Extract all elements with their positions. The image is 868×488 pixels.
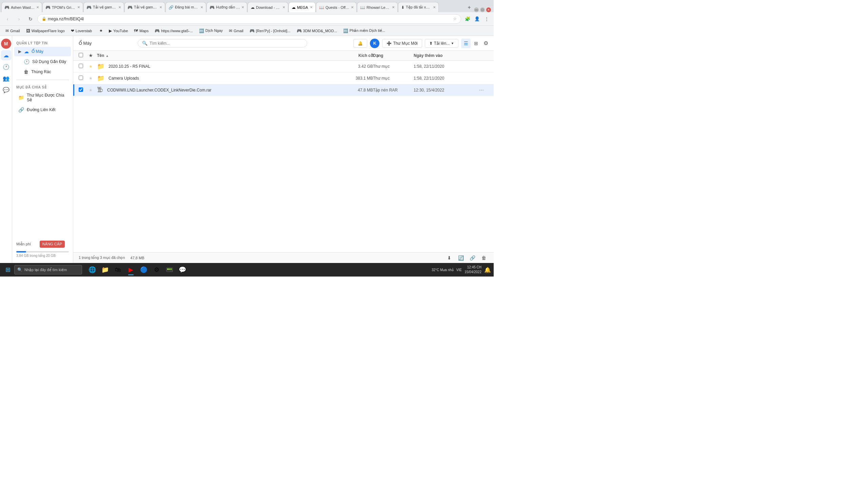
cloud-drive-icon[interactable]: ☁ xyxy=(1,50,11,60)
windows-start-icon[interactable]: ⊞ xyxy=(3,265,13,275)
tab-close-icon[interactable]: ✕ xyxy=(282,5,285,9)
header-size[interactable]: Kích cở xyxy=(339,53,373,58)
tab-close-icon[interactable]: ✕ xyxy=(77,5,80,9)
taskbar-edge-icon[interactable]: 🌐 xyxy=(86,264,98,276)
bookmark-item-6[interactable]: 🎮https://www.gta5-... xyxy=(152,28,196,34)
profile-icon[interactable]: 👤 xyxy=(473,15,481,23)
download-action-button[interactable]: ⬇ xyxy=(445,253,454,262)
bookmark-item-8[interactable]: ✉Gmail xyxy=(226,28,246,34)
mega-logo[interactable]: M xyxy=(1,39,11,49)
bookmark-item-4[interactable]: ▶YouTube xyxy=(106,28,131,34)
taskbar-discord-icon[interactable]: 💬 xyxy=(176,264,189,276)
share-action-button[interactable]: 🔄 xyxy=(456,253,465,262)
header-date[interactable]: Ngày thêm vào xyxy=(414,53,475,58)
bookmark-star-icon[interactable]: ☆ xyxy=(453,17,457,21)
more-options-button[interactable]: ⋯ xyxy=(479,87,484,93)
taskbar-settings-icon[interactable]: ⚙ xyxy=(151,264,163,276)
address-bar[interactable]: 🔒 mega.nz/fm/BEliQ4l ☆ xyxy=(37,14,461,24)
taskbar-chrome-icon[interactable]: 🔵 xyxy=(138,264,150,276)
bookmark-item-1[interactable]: 🖼WallpaperFlare logo xyxy=(23,28,67,34)
tab-close-icon[interactable]: ✕ xyxy=(351,5,354,9)
sidebar-item-shared-folders[interactable]: 📁 Thư Mục Được Chia Sẻ xyxy=(14,91,71,104)
select-all-checkbox[interactable] xyxy=(79,53,83,57)
upload-button[interactable]: ⬆ Tải lên... ▼ xyxy=(425,39,458,48)
row-checkbox[interactable] xyxy=(79,64,89,69)
file-row[interactable]: ★ 🗜 CODWWII.LND.Launcher.CODEX_LinkNever… xyxy=(73,84,494,96)
taskbar-explorer-icon[interactable]: 📁 xyxy=(99,264,111,276)
row-checkbox[interactable] xyxy=(79,87,89,93)
sidebar-item-links[interactable]: 🔗 Đường Liên Kết xyxy=(14,105,71,115)
tab-tab9[interactable]: 📖 Quests - Official Grim Da... ✕ xyxy=(316,2,357,12)
list-view-button[interactable]: ☰ xyxy=(461,39,471,48)
delete-action-button[interactable]: 🗑 xyxy=(479,253,488,262)
bookmark-item-2[interactable]: ❤Loverstab xyxy=(68,28,95,34)
sidebar-item-my-cloud[interactable]: ▶ ☁ Ổ Máy xyxy=(14,47,71,56)
tab-close-icon[interactable]: ✕ xyxy=(200,5,203,9)
menu-icon[interactable]: ⋮ xyxy=(482,15,491,23)
taskbar-search[interactable]: 🔍 Nhập tại đây để tìm kiếm xyxy=(14,265,82,274)
sidebar-item-trash[interactable]: 🗑 Thùng Rác xyxy=(14,67,71,77)
tab-close-icon[interactable]: ✕ xyxy=(159,5,162,9)
bookmark-item-10[interactable]: 🎮3DM MOD&_MOD... xyxy=(294,28,340,34)
tab-tab8[interactable]: ☁ MEGA ✕ xyxy=(289,2,316,12)
tab-close-icon[interactable]: ✕ xyxy=(118,5,121,9)
new-tab-button[interactable]: + xyxy=(465,3,474,12)
search-input[interactable] xyxy=(150,41,303,46)
upgrade-button[interactable]: NÂNG CẤP xyxy=(40,241,65,248)
taskbar-terminal-icon[interactable]: 📟 xyxy=(163,264,176,276)
header-name[interactable]: Tên ▲ xyxy=(97,53,339,58)
user-avatar[interactable]: K xyxy=(370,39,379,48)
back-button[interactable]: ‹ xyxy=(3,14,12,24)
bookmark-item-0[interactable]: ✉Gmail xyxy=(3,28,23,34)
forward-button[interactable]: › xyxy=(14,14,24,24)
bookmark-item-9[interactable]: 🎮[Ren'Py] - [Onhold]... xyxy=(247,28,293,34)
tab-tab3[interactable]: 🎮 Tải về game thế giới mở n... ✕ xyxy=(83,2,124,12)
extension-icon[interactable]: 🧩 xyxy=(463,15,472,23)
grid-view-button[interactable]: ⊞ xyxy=(471,39,481,48)
row-star[interactable]: ★ xyxy=(89,64,97,69)
new-folder-button[interactable]: ➕ Thư Mục Mới xyxy=(382,39,422,48)
file-checkbox[interactable] xyxy=(79,87,83,92)
bookmark-item-3[interactable]: ★ xyxy=(95,28,105,34)
bookmark-item-11[interactable]: 🔤Phần mềm Dịch tiế... xyxy=(340,28,388,34)
bookmark-item-7[interactable]: 🔤Dịch Ngay xyxy=(196,28,225,34)
file-row[interactable]: ★ 📁 Camera Uploads 383.1 MB Thư mục 1:58… xyxy=(73,73,494,84)
tab-close-icon[interactable]: ✕ xyxy=(392,5,395,9)
settings-icon[interactable]: ⚙ xyxy=(484,40,488,46)
recent-icon[interactable]: 🕐 xyxy=(1,62,11,72)
taskbar-youtube-icon[interactable]: ▶ xyxy=(125,264,137,276)
tab-close-icon[interactable]: ✕ xyxy=(310,5,313,9)
file-size-cell: 3.42 GB xyxy=(339,64,373,69)
notification-bell[interactable]: 🔔 xyxy=(353,39,367,48)
minimize-button[interactable]: — xyxy=(474,7,479,12)
shared-icon[interactable]: 👥 xyxy=(1,73,11,83)
notification-center-icon[interactable]: 🔔 xyxy=(484,267,491,273)
taskbar-store-icon[interactable]: 🛍 xyxy=(112,264,124,276)
row-star[interactable]: ★ xyxy=(89,76,97,81)
file-checkbox[interactable] xyxy=(79,76,83,80)
close-button[interactable]: ✕ xyxy=(486,7,491,12)
tab-close-icon[interactable]: ✕ xyxy=(241,5,244,9)
tab-tab1[interactable]: 🎮 Ashen Waste - The Blood... ✕ xyxy=(1,2,42,12)
tab-close-icon[interactable]: ✕ xyxy=(36,5,39,9)
file-row[interactable]: ★ 📁 2020.10.25 - R5 FINAL 3.42 GB Thư mụ… xyxy=(73,61,494,73)
link-action-button[interactable]: 🔗 xyxy=(468,253,477,262)
reload-button[interactable]: ↻ xyxy=(26,14,35,24)
chat-icon[interactable]: 💬 xyxy=(1,85,11,95)
row-checkbox[interactable] xyxy=(79,76,89,81)
tab-tab4[interactable]: 🎮 Tải về game Call of Duty:... ✕ xyxy=(124,2,165,12)
tab-close-icon[interactable]: ✕ xyxy=(433,5,436,9)
tab-tab2[interactable]: 🎮 TPOM's Grimaurillion Build... ✕ xyxy=(42,2,83,12)
tab-tab7[interactable]: ☁ Download - MEGA ✕ xyxy=(248,2,288,12)
header-type[interactable]: Dạng xyxy=(373,53,414,58)
tab-tab11[interactable]: ⬇ Tệp đã tải xuống ✕ xyxy=(398,2,439,12)
bookmark-item-5[interactable]: 🗺Maps xyxy=(131,28,151,34)
row-star[interactable]: ★ xyxy=(89,88,97,93)
maximize-button[interactable]: □ xyxy=(480,7,485,12)
sidebar-item-recent[interactable]: 🕐 Sử Dụng Gần Đây xyxy=(14,57,71,66)
tab-tab10[interactable]: 📖 Rhowari Legacy - Official... ✕ xyxy=(357,2,398,12)
file-checkbox[interactable] xyxy=(79,64,83,68)
header-checkbox[interactable] xyxy=(79,53,89,58)
tab-tab6[interactable]: 🎮 Hướng dẫn Call of Duty: W... ✕ xyxy=(206,2,247,12)
tab-tab5[interactable]: 🔗 Đăng bài mới | LinkNever!... ✕ xyxy=(165,2,206,12)
